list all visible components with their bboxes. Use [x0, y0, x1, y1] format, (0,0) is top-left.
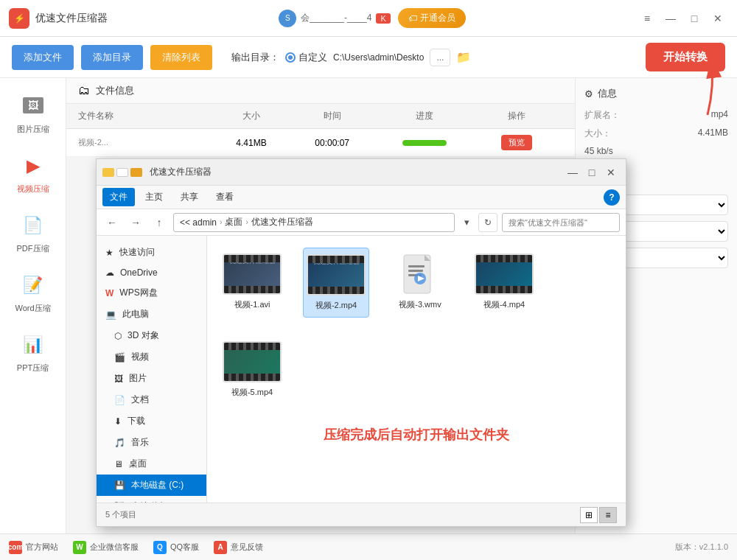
- add-dir-button[interactable]: 添加目录: [81, 45, 143, 70]
- nav-up-button[interactable]: ↑: [150, 213, 169, 232]
- footer-item-count: 5 个项目: [105, 509, 136, 520]
- dialog-close-button[interactable]: ✕: [602, 164, 620, 181]
- address-dropdown-button[interactable]: ▾: [459, 213, 474, 232]
- browse-folder-button[interactable]: 📁: [456, 50, 471, 64]
- info-title: 信息: [598, 87, 617, 100]
- maximize-button[interactable]: □: [684, 8, 705, 29]
- sidebar-this-pc-label: 此电脑: [122, 308, 149, 321]
- dialog-navbar: ← → ↑ << admin › 桌面 › 优速文件压缩器 ▾ ↻: [97, 209, 626, 236]
- address-bar[interactable]: << admin › 桌面 › 优速文件压缩器: [173, 213, 455, 232]
- sidebar-pictures[interactable]: 🖼 图片: [97, 368, 206, 389]
- user-info: S 会_______-____4 K: [279, 10, 390, 27]
- sidebar-quick-access[interactable]: ★ 快速访问: [97, 242, 206, 263]
- chevron-right-icon: ›: [220, 218, 222, 226]
- preview-button[interactable]: 预览: [501, 135, 532, 150]
- output-section: 输出目录： 自定义 C:\Users\admin\Deskto ... 📁: [231, 49, 638, 66]
- app-title: 优速文件压缩器: [35, 12, 108, 25]
- grid-view-button[interactable]: ⊞: [580, 507, 598, 523]
- dialog-minimize-button[interactable]: —: [564, 164, 581, 181]
- sidebar-desktop[interactable]: 🖥 桌面: [97, 453, 206, 475]
- menu-home[interactable]: 主页: [138, 188, 170, 206]
- menu-file[interactable]: 文件: [102, 188, 135, 206]
- filmstrip-bottom-5: [224, 374, 280, 381]
- col-header-action: 操作: [471, 110, 563, 122]
- progress-bar: [402, 140, 447, 146]
- radio-dot: [285, 52, 296, 63]
- feedback-label: 意见反馈: [231, 542, 263, 553]
- wechat-service-link[interactable]: W 企业微信客服: [73, 541, 139, 554]
- sidebar-item-video[interactable]: ▶ 视频压缩: [4, 145, 63, 202]
- row-size: 4.41MB: [217, 138, 286, 148]
- col-header-name: 文件名称: [78, 110, 217, 122]
- qq-service-link[interactable]: Q QQ客服: [153, 541, 199, 554]
- sidebar-3d[interactable]: ⬡ 3D 对象: [97, 325, 206, 346]
- search-input[interactable]: [502, 213, 620, 232]
- file-name-1: 视频-1.avi: [234, 299, 270, 310]
- output-radio[interactable]: 自定义: [285, 51, 327, 64]
- sidebar-item-pdf[interactable]: 📄 PDF压缩: [4, 205, 63, 262]
- title-bar-center: S 会_______-____4 K 🏷 开通会员: [108, 8, 637, 28]
- wps-icon: W: [105, 288, 113, 298]
- close-button[interactable]: ✕: [708, 8, 728, 29]
- sidebar-drive-c[interactable]: 💾 本地磁盘 (C:): [97, 475, 206, 496]
- cloud-icon: ☁: [105, 267, 114, 278]
- star-icon: ★: [105, 248, 113, 258]
- open-vip-button[interactable]: 🏷 开通会员: [398, 8, 466, 28]
- nav-forward-button[interactable]: →: [126, 213, 145, 232]
- sidebar-wps[interactable]: W WPS网盘: [97, 282, 206, 304]
- sidebar-item-image[interactable]: 🖼 图片压缩: [4, 85, 63, 142]
- nav-back-button[interactable]: ←: [102, 213, 122, 232]
- dialog-maximize-button[interactable]: □: [583, 164, 601, 181]
- more-options-button[interactable]: ...: [430, 49, 450, 66]
- version-info: 版本：v2.1.1.0: [675, 542, 728, 553]
- file-info-title: 文件信息: [96, 84, 134, 97]
- list-view-button[interactable]: ≡: [599, 507, 617, 523]
- sidebar-3d-label: 3D 对象: [128, 329, 159, 342]
- filmstrip-top-4: [476, 255, 532, 262]
- file-item-video3[interactable]: 视频-3.wmv: [387, 248, 453, 318]
- wechat-icon: W: [73, 541, 86, 554]
- sidebar-pictures-label: 图片: [129, 372, 147, 385]
- video-thumb-2: 优速文件压缩器: [307, 254, 366, 295]
- svg-rect-5: [408, 265, 425, 267]
- sidebar-item-word[interactable]: 📝 Word压缩: [4, 265, 63, 321]
- file-item-video5[interactable]: 视频-5.mp4: [219, 335, 285, 404]
- dialog-sidebar: ★ 快速访问 ☁ OneDrive W WPS网盘 💻 此电脑 ⬡ 3D: [97, 236, 207, 503]
- size-label: 大小：: [584, 127, 611, 140]
- feedback-link[interactable]: A 意见反馈: [214, 541, 263, 554]
- sidebar-onedrive[interactable]: ☁ OneDrive: [97, 263, 206, 282]
- file-info-header: 🗂 文件信息: [66, 78, 575, 104]
- add-file-button[interactable]: 添加文件: [12, 45, 74, 70]
- file-item-video4[interactable]: 视频-4.mp4: [471, 248, 537, 318]
- menu-share[interactable]: 共享: [173, 188, 206, 206]
- sidebar-videos[interactable]: 🎬 视频: [97, 346, 206, 368]
- sidebar-this-pc[interactable]: 💻 此电脑: [97, 304, 206, 325]
- qq-label: QQ客服: [170, 542, 199, 553]
- sidebar-onedrive-label: OneDrive: [120, 267, 158, 278]
- docs-icon: 📄: [114, 395, 125, 405]
- sidebar-downloads[interactable]: ⬇ 下载: [97, 410, 206, 432]
- address-part2: 桌面: [225, 216, 242, 228]
- website-link[interactable]: com 官方网站: [9, 541, 58, 554]
- help-button[interactable]: ?: [604, 189, 620, 206]
- refresh-button[interactable]: ↻: [478, 213, 497, 232]
- right-panel-header: ⚙ 信息: [584, 87, 728, 100]
- word-compress-icon: 📝: [20, 272, 46, 298]
- info-speed1-row: 45 kb/s: [584, 146, 728, 156]
- file-name-5: 视频-5.mp4: [231, 387, 273, 398]
- clear-list-button[interactable]: 清除列表: [150, 45, 212, 70]
- file-name-3: 视频-3.wmv: [399, 299, 441, 310]
- sidebar-drive-d[interactable]: 💾 本地磁盘 (D:): [97, 496, 206, 503]
- sidebar-item-ppt[interactable]: 📊 PPT压缩: [4, 324, 63, 381]
- sidebar: 🖼 图片压缩 ▶ 视频压缩 📄 PDF压缩 📝 Word压缩 📊 PPT压缩: [0, 78, 66, 560]
- pdf-compress-icon: 📄: [20, 212, 46, 239]
- file-item-video2[interactable]: 优速文件压缩器 视频-2.mp4: [303, 248, 369, 318]
- start-convert-button[interactable]: 开始转换: [646, 43, 725, 71]
- menu-view[interactable]: 查看: [209, 188, 241, 206]
- minimize-button[interactable]: —: [660, 8, 681, 29]
- sidebar-docs[interactable]: 📄 文档: [97, 389, 206, 410]
- sidebar-music[interactable]: 🎵 音乐: [97, 432, 206, 453]
- menu-button[interactable]: ≡: [637, 8, 657, 29]
- file-item-video1[interactable]: 优速文件压缩器 视频-1.avi: [219, 248, 285, 318]
- col-header-progress: 进度: [378, 110, 470, 122]
